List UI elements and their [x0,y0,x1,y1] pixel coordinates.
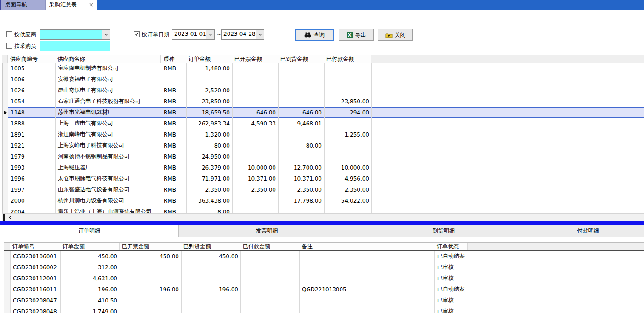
column-header[interactable]: 币种 [161,55,186,63]
table-row[interactable]: 1005宝应隆电机制造有限公司RMB1,480.00 [3,63,644,74]
pane-splitter[interactable] [0,221,644,225]
column-header[interactable]: 订单金额 [186,55,232,63]
close-button[interactable]: 关闭 [378,29,413,41]
buyer-input[interactable] [40,41,110,51]
column-header[interactable]: 供应商编号 [8,55,55,63]
cell: 4,631.00 [61,273,120,284]
cell: RMB [161,162,187,173]
row-marker-cell [3,173,8,184]
table-row[interactable]: 1996太仓市朋慷电气科技有限公司RMB71,971.0010,371.0010… [3,173,644,184]
tab-arrival-detail[interactable]: 到货明细 [355,225,532,237]
cell: 浙江南峰电气有限公司 [56,129,161,140]
cell: 1005 [8,63,56,74]
cell: 1054 [8,96,56,107]
tab-purchase-summary[interactable]: 采购汇总表 [46,0,97,10]
column-header[interactable]: 备注 [299,243,434,250]
buyer-checkbox[interactable] [6,43,12,49]
cell [233,85,279,96]
table-row[interactable]: 1891浙江南峰电气有限公司RMB1,320.001,255.00 [3,129,644,140]
table-row[interactable]: 1888上海三虎电气有限公司RMB262,983.344,590.339,468… [3,118,644,129]
table-row[interactable]: 1921上海安峥电子科技有限公司RMB80.0080.00 [3,140,644,151]
cell [300,251,435,262]
table-row[interactable]: CGD230116011196.00196.00196.00QGD2210130… [4,284,644,295]
cell-filler [468,273,644,284]
cell-filler [372,129,644,140]
cell-filler [372,63,644,74]
table-row[interactable]: 2000杭州川源电力设备有限公司RMB363,438.0017,798.0054… [3,195,644,206]
cell: 80.00 [279,140,325,151]
chevron-down-icon[interactable] [256,30,264,39]
export-button[interactable]: X 导出 [339,29,374,41]
table-row[interactable]: 1148苏州市光福电讯器材厂RMB18,659.50646.00646.0029… [3,107,644,118]
cell: RMB [161,173,187,184]
cell: RMB [161,184,187,195]
cell [279,96,325,107]
cell [279,63,325,74]
row-marker-cell [3,63,8,74]
table-row[interactable]: 1006安徽赛福电子有限公司 [3,74,644,85]
scroll-left-icon[interactable] [7,214,13,221]
table-row[interactable]: 2004雷乐士浩业（上海）电源系统有限公司RMB8.00 [3,206,644,213]
cell [279,129,325,140]
query-button[interactable]: 查询 [295,29,334,41]
cell-filler [372,118,644,129]
table-row[interactable]: 1026昆山奇沃电子有限公司RMB2,520.00 [3,85,644,96]
header-filler [468,243,644,250]
column-header[interactable]: 已付款金额 [324,55,371,63]
cell [182,295,241,306]
tab-order-detail[interactable]: 订单明细 [0,225,179,237]
table-row[interactable]: CGD230106002312.00已审核 [4,262,644,273]
column-header[interactable]: 订单金额 [60,243,120,250]
supplier-combo[interactable] [40,29,110,40]
cell [325,63,372,74]
cell [233,195,279,206]
chevron-down-icon[interactable] [206,30,214,39]
column-header[interactable]: 已到货金额 [278,55,324,63]
cell: RMB [161,151,187,162]
column-header[interactable]: 已开票金额 [232,55,278,63]
tab-payment-detail[interactable]: 付款明细 [532,225,644,237]
tab-desktop-nav[interactable]: 桌面导航 [1,0,46,10]
table-row[interactable]: CGD2302080481,749.00已审核 [4,306,644,313]
table-row[interactable]: CGD2301120014,631.00已审核 [4,273,644,284]
scrollbar-thumb[interactable] [3,214,5,221]
column-header[interactable]: 供应商名称 [55,55,161,63]
table-row[interactable]: CGD230106001450.00450.00450.00已自动结案 [4,251,644,262]
cell: 2000 [8,195,56,206]
chevron-down-icon[interactable] [102,30,110,39]
cell: 196.00 [120,284,182,295]
row-marker-cell [3,129,8,140]
table-row[interactable]: CGD230208047410.50已审核 [4,295,644,306]
cell: 450.00 [61,251,120,262]
cell [300,295,435,306]
column-header[interactable]: 订单状态 [434,243,468,250]
table-row[interactable]: 1997山东智盛达电气设备有限公司RMB2,350.002,350.002,35… [3,184,644,195]
close-icon[interactable] [89,3,93,7]
cell: 450.00 [120,251,182,262]
date-from-picker[interactable]: 2023-01-01 [172,29,215,40]
app-window: 桌面导航 采购汇总表 按供应商 按采购员 按订单日期 2023-01-01 [0,0,644,313]
column-header[interactable]: 已付款金额 [240,243,299,250]
cell: 苏州市光福电讯器材厂 [56,107,161,118]
column-header[interactable]: 订单编号 [10,243,60,250]
supplier-checkbox[interactable] [6,31,12,37]
table-row[interactable]: 1979河南扬博不锈钢制品有限公司RMB24,950.00 [3,151,644,162]
cell: 2,350.00 [325,184,372,195]
table-row[interactable]: 1993上海稳压器厂RMB26,379.0010,000.0012,700.00… [3,162,644,173]
row-marker-cell [4,295,11,306]
table-row[interactable]: 1054石家庄通合电子科技股份有限公司RMB23,850.0023,850.00 [3,96,644,107]
column-header[interactable]: 已开票金额 [120,243,181,250]
cell: CGD230106002 [11,262,61,273]
cell: RMB [161,107,187,118]
detail-grid-body: CGD230106001450.00450.00450.00已自动结案CGD23… [4,251,644,313]
cell: 上海稳压器厂 [56,162,161,173]
cell: 294.00 [325,107,372,118]
column-header[interactable]: 已到货金额 [181,243,240,250]
cell: 2,350.00 [233,184,279,195]
date-to-picker[interactable]: 2023-04-28 [221,29,264,40]
cell: 2004 [8,206,56,213]
cell: RMB [161,195,187,206]
tab-invoice-detail[interactable]: 发票明细 [179,225,355,237]
order-date-checkbox[interactable] [134,31,140,37]
horizontal-scrollbar[interactable] [2,213,644,221]
